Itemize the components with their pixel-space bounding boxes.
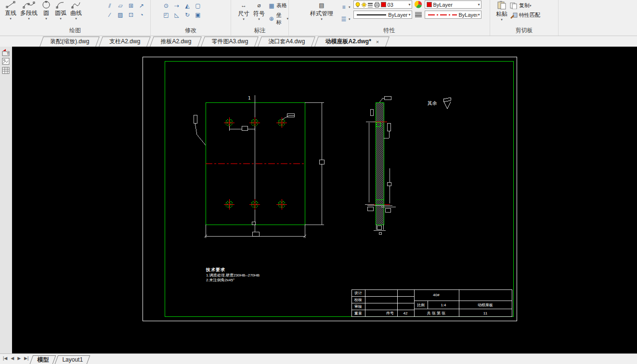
tb-design-label: 设计	[354, 291, 362, 295]
color-wheel-icon[interactable]	[415, 1, 422, 8]
construction-line-icon[interactable]: ∕	[105, 11, 115, 19]
table-label: 表格	[276, 2, 287, 9]
polyline-button[interactable]: 多段线 ▾	[18, 0, 39, 20]
curve-button[interactable]: 曲线 ▾	[68, 0, 84, 20]
tab-close-icon[interactable]: ×	[376, 39, 379, 45]
region-icon[interactable]: ▱	[116, 1, 125, 10]
linetype-preview	[357, 14, 387, 15]
tb-partno-label: 件号	[386, 311, 394, 315]
model-tab[interactable]: 模型	[31, 355, 54, 364]
style-manager-button[interactable]: ▤ 样式管理 ▾	[308, 0, 335, 21]
surface-note-text: 其余	[428, 100, 437, 106]
layer-combo[interactable]: 03 ▾	[353, 0, 412, 9]
paste-caret-icon[interactable]: ▾	[501, 18, 503, 21]
layout1-tab[interactable]: Layout1	[56, 355, 89, 364]
nav-prev-icon[interactable]: ◀	[11, 356, 14, 361]
symbol-caret-icon[interactable]: ▾	[258, 18, 260, 21]
linetype-manager-button[interactable]: ☰ ▾	[339, 15, 351, 23]
insert-block-icon[interactable]: ⊡	[126, 11, 136, 19]
nav-first-icon[interactable]: |◀	[3, 356, 7, 361]
linetype-combo[interactable]: ByLayer ▾	[353, 11, 412, 19]
mirror-icon[interactable]: ◭	[182, 1, 192, 10]
match-properties-button[interactable]: 特性匹配	[509, 12, 540, 19]
sheet-border[interactable]	[143, 57, 517, 321]
color-combo-caret-icon[interactable]: ▾	[478, 2, 480, 7]
block-icon[interactable]: ⊞	[126, 1, 136, 10]
panel-clipboard: 粘贴 ▾ 复制 ▾ 特性匹配 剪切板	[490, 0, 559, 36]
dimension-button[interactable]: ↔ 尺寸 ▾	[236, 0, 251, 21]
line-label: 直线	[5, 9, 16, 17]
paste-icon	[497, 1, 507, 10]
surface-roughness-note[interactable]: 其余	[428, 98, 451, 109]
dimension-label: 尺寸	[238, 10, 249, 18]
rotate-icon[interactable]: ↻	[182, 11, 192, 19]
layer-name: 03	[388, 2, 408, 8]
color-combo[interactable]: ByLayer ▾	[425, 0, 481, 9]
file-tab-pillar[interactable]: 支柱A2.dwg	[101, 37, 149, 47]
parallel-lines-icon[interactable]: ⫽	[105, 1, 115, 10]
properties-panel-label: 特性	[289, 26, 490, 35]
linetype-combo-caret-icon[interactable]: ▾	[409, 13, 411, 17]
coordinate-button[interactable]: ⊕ 坐标 ▾	[267, 12, 288, 26]
tech-title-text: 技术要求	[206, 267, 225, 272]
color-swatch	[427, 2, 432, 7]
dimension-caret-icon[interactable]: ▾	[243, 18, 245, 21]
arc-label: 圆弧	[55, 9, 66, 17]
arc-caret-icon[interactable]: ▾	[60, 17, 62, 20]
line-caret-icon[interactable]: ▾	[10, 17, 12, 20]
linetype2-preview	[428, 14, 457, 15]
table-button[interactable]: ▦ 表格	[267, 1, 288, 10]
image-frame-icon[interactable]	[2, 58, 10, 65]
front-view[interactable]: 1	[194, 95, 324, 238]
file-tab-sprue[interactable]: 浇口套A4.dwg	[260, 37, 313, 47]
linetype2-combo[interactable]: ByLayer ▾	[425, 11, 481, 19]
move-icon[interactable]: ◰	[161, 11, 171, 19]
side-view[interactable]	[365, 96, 396, 234]
lineweight-list-icon[interactable]	[415, 12, 422, 18]
copy-button[interactable]: 复制 ▾	[509, 2, 540, 9]
chamfer-icon[interactable]: ◺	[172, 11, 182, 19]
paste-button[interactable]: 粘贴 ▾	[494, 0, 509, 21]
ribbon: 直线 ▾ 多段线 ▾ 圆 ▾ 圆弧 ▾ 曲线 ▾	[0, 0, 637, 36]
polyline-caret-icon[interactable]: ▾	[28, 17, 30, 20]
circle-caret-icon[interactable]: ▾	[45, 17, 47, 20]
hatch-icon[interactable]: ▨	[116, 11, 125, 19]
array-icon[interactable]: ▣	[193, 11, 203, 19]
file-tab-pushplate[interactable]: 推板A2.dwg	[152, 37, 200, 47]
layer-color-swatch	[381, 2, 386, 7]
drawing-canvas[interactable]: 1	[12, 47, 637, 353]
technical-notes[interactable]: 技术要求 1.调质处理,硬度230HB--270HB 2.未注倒角2x45°	[206, 267, 260, 282]
symbol-button[interactable]: ⌀ 符号 ▾	[251, 0, 267, 21]
curve-caret-icon[interactable]: ▾	[75, 17, 77, 20]
lineweight-display-button[interactable]: ≡ ▾	[339, 3, 351, 11]
grid-table-icon[interactable]	[2, 67, 10, 75]
panel-modify: ⊙ ⇢ ◭ ▢ ◰ ◺ ↻ ▣ 修改	[151, 0, 231, 36]
gradient-icon[interactable]: ◔	[137, 11, 146, 19]
nav-next-icon[interactable]: ▶	[17, 356, 21, 361]
offset-icon[interactable]: ⇢	[172, 1, 182, 10]
layer-combo-caret-icon[interactable]: ▾	[409, 2, 411, 7]
clipboard-text-icon[interactable]: T	[2, 49, 10, 56]
file-tab-partdrawing[interactable]: 零件图A3.dwg	[203, 37, 257, 47]
table-icon: ▦	[267, 1, 276, 10]
line-button[interactable]: 直线 ▾	[3, 0, 18, 20]
layer-plot-printer-icon	[374, 2, 380, 8]
arc-button[interactable]: 圆弧 ▾	[53, 0, 68, 20]
curve-label: 曲线	[70, 9, 82, 17]
stretch-icon[interactable]: ▢	[193, 1, 203, 10]
file-tab-moldplate-active[interactable]: 动模座板A2.dwg* ×	[316, 37, 388, 47]
linetype2-combo-caret-icon[interactable]: ▾	[478, 13, 480, 17]
circle-button[interactable]: 圆 ▾	[39, 0, 53, 20]
erase-icon[interactable]: ⊙	[161, 1, 171, 10]
point-arrow-icon[interactable]: ↗	[137, 1, 146, 10]
file-tab-assembly[interactable]: 装配(缩放).dwg	[41, 37, 98, 47]
style-manager-caret-icon[interactable]: ▾	[321, 18, 323, 21]
arc-icon	[56, 1, 65, 9]
title-block[interactable]: 设计 校核 审核 重量 件号 42 40# 比例 1:4 共 张 第 张 动模座…	[351, 289, 512, 316]
nav-last-icon[interactable]: ▶|	[24, 356, 28, 361]
coordinate-icon: ⊕	[267, 15, 276, 23]
curve-icon	[71, 1, 81, 9]
line-icon	[6, 1, 15, 9]
match-properties-label: 特性匹配	[519, 12, 540, 19]
tb-scale-value: 1:4	[441, 303, 446, 307]
